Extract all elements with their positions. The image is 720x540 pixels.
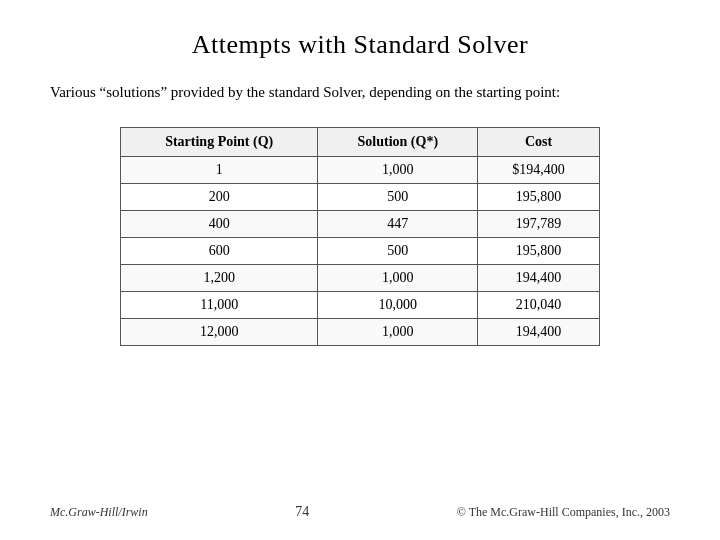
table-row: 600500195,800 [121,238,600,265]
table-cell: 195,800 [478,238,600,265]
table-row: 12,0001,000194,400 [121,319,600,346]
table-cell: 447 [318,211,478,238]
footer-copyright: © The Mc.Graw-Hill Companies, Inc., 2003 [457,505,670,520]
page: Attempts with Standard Solver Various “s… [0,0,720,540]
table-row: 11,000$194,400 [121,157,600,184]
data-table: Starting Point (Q)Solution (Q*)Cost 11,0… [120,127,600,346]
table-cell: 1,000 [318,157,478,184]
description-text: Various “solutions” provided by the stan… [50,82,670,103]
table-header-cell: Cost [478,128,600,157]
table-cell: 10,000 [318,292,478,319]
page-title: Attempts with Standard Solver [50,30,670,60]
table-cell: 500 [318,184,478,211]
table-cell: 1,200 [121,265,318,292]
table-cell: 1 [121,157,318,184]
table-cell: 1,000 [318,319,478,346]
table-cell: $194,400 [478,157,600,184]
table-row: 400447197,789 [121,211,600,238]
table-row: 11,00010,000210,040 [121,292,600,319]
table-row: 200500195,800 [121,184,600,211]
table-cell: 11,000 [121,292,318,319]
table-cell: 200 [121,184,318,211]
table-cell: 500 [318,238,478,265]
table-cell: 400 [121,211,318,238]
table-cell: 210,040 [478,292,600,319]
table-header-cell: Solution (Q*) [318,128,478,157]
table-cell: 12,000 [121,319,318,346]
table-cell: 195,800 [478,184,600,211]
table-header-row: Starting Point (Q)Solution (Q*)Cost [121,128,600,157]
footer: Mc.Graw-Hill/Irwin 74 © The Mc.Graw-Hill… [50,494,670,520]
table-cell: 194,400 [478,265,600,292]
table-cell: 197,789 [478,211,600,238]
footer-publisher: Mc.Graw-Hill/Irwin [50,505,148,520]
table-cell: 1,000 [318,265,478,292]
table-cell: 600 [121,238,318,265]
table-cell: 194,400 [478,319,600,346]
footer-page-number: 74 [295,504,309,520]
table-row: 1,2001,000194,400 [121,265,600,292]
table-header-cell: Starting Point (Q) [121,128,318,157]
table-container: Starting Point (Q)Solution (Q*)Cost 11,0… [50,127,670,346]
